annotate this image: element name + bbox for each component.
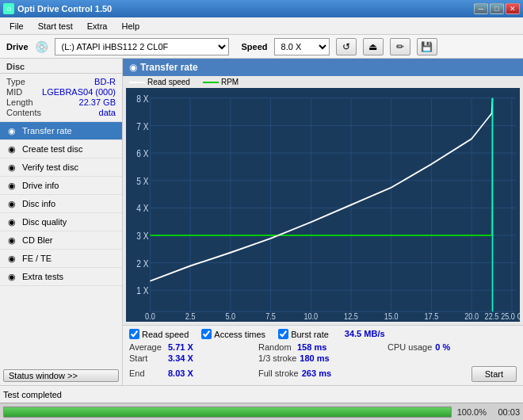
- drive-label: Drive: [6, 42, 29, 52]
- title-bar: ⊙ Opti Drive Control 1.50 ─ □ ✕: [0, 0, 523, 17]
- disc-quality-icon: ◉: [6, 216, 17, 227]
- sidebar: Disc Type BD-R MID LGEBRAS04 (000) Lengt…: [0, 59, 123, 385]
- sidebar-item-disc-info[interactable]: ◉ Disc info: [0, 195, 122, 213]
- app-title: Opti Drive Control 1.50: [17, 4, 112, 13]
- sidebar-item-label-fe-te: FE / TE: [22, 254, 52, 263]
- progress-fill: [4, 407, 451, 417]
- stat-cpu-label: CPU usage: [387, 342, 432, 352]
- stat-empty-1: [387, 353, 517, 363]
- checkbox-access-times-input[interactable]: [201, 329, 212, 339]
- sidebar-item-label-cd-bler: CD Bler: [22, 235, 53, 245]
- sidebar-item-extra-tests[interactable]: ◉ Extra tests: [0, 268, 122, 286]
- checkbox-access-times[interactable]: Access times: [201, 329, 265, 339]
- svg-text:2.5: 2.5: [185, 311, 196, 321]
- stat-average-value: 5.71 X: [168, 342, 193, 352]
- start-button[interactable]: Start: [471, 366, 517, 382]
- sidebar-item-label-disc-quality: Disc quality: [22, 217, 67, 227]
- stats-checkboxes: Read speed Access times Burst rate 34.5 …: [129, 329, 517, 339]
- svg-text:0.0: 0.0: [145, 311, 155, 321]
- progress-percent: 100.0%: [456, 407, 487, 417]
- checkbox-burst-rate[interactable]: Burst rate: [278, 329, 329, 339]
- eject-button[interactable]: ⏏: [363, 38, 384, 55]
- menu-file[interactable]: File: [3, 20, 30, 32]
- refresh-button[interactable]: ↺: [336, 38, 357, 55]
- status-window-button[interactable]: Status window >>: [3, 369, 119, 382]
- stat-cpu-row: CPU usage 0 %: [387, 342, 517, 352]
- sidebar-item-disc-quality[interactable]: ◉ Disc quality: [0, 213, 122, 231]
- stats-area: Read speed Access times Burst rate 34.5 …: [123, 325, 523, 385]
- disc-length-val: 22.37 GB: [79, 97, 116, 107]
- disc-mid-val: LGEBRAS04 (000): [42, 87, 116, 97]
- legend-read-speed: Read speed: [129, 78, 190, 86]
- svg-text:17.5: 17.5: [425, 311, 439, 321]
- disc-type-key: Type: [6, 77, 25, 86]
- stat-1-3-stroke-label: 1/3 stroke: [258, 353, 296, 363]
- sidebar-item-label-verify-test-disc: Verify test disc: [22, 162, 78, 172]
- speed-label: Speed: [242, 42, 268, 52]
- disc-type-row: Type BD-R: [6, 77, 116, 86]
- sidebar-item-transfer-rate[interactable]: ◉ Transfer rate: [0, 122, 122, 140]
- sidebar-item-fe-te[interactable]: ◉ FE / TE: [0, 250, 122, 268]
- legend-rpm-color: [203, 82, 219, 83]
- checkbox-read-speed[interactable]: Read speed: [129, 329, 189, 339]
- disc-length-key: Length: [6, 97, 33, 107]
- create-test-disc-icon: ◉: [6, 143, 17, 155]
- stat-random-value: 158 ms: [297, 342, 326, 352]
- menu-help[interactable]: Help: [115, 20, 146, 32]
- svg-text:12.5: 12.5: [344, 311, 358, 321]
- drive-select[interactable]: (L:) ATAPI iHBS112 2 CL0F: [55, 38, 229, 55]
- menu-starttest[interactable]: Start test: [32, 20, 79, 32]
- svg-text:10.0: 10.0: [303, 311, 318, 321]
- svg-text:7 X: 7 X: [136, 120, 148, 131]
- svg-text:4 X: 4 X: [136, 203, 148, 213]
- edit-button[interactable]: ✏: [390, 38, 410, 55]
- save-button[interactable]: 💾: [417, 38, 437, 55]
- drive-bar: Drive 💿 (L:) ATAPI iHBS112 2 CL0F Speed …: [0, 35, 523, 59]
- sidebar-item-drive-info[interactable]: ◉ Drive info: [0, 177, 122, 195]
- sidebar-item-cd-bler[interactable]: ◉ CD Bler: [0, 231, 122, 250]
- sidebar-item-label-drive-info: Drive info: [22, 181, 59, 190]
- burst-rate-value: 34.5 MB/s: [345, 329, 385, 339]
- checkbox-read-speed-label: Read speed: [142, 330, 189, 339]
- menu-bar: File Start test Extra Help: [0, 17, 523, 35]
- progress-track: [3, 407, 452, 418]
- svg-text:5.0: 5.0: [226, 311, 236, 321]
- progress-bar-container: 100.0% 00:03: [0, 403, 523, 420]
- checkbox-burst-rate-input[interactable]: [278, 329, 288, 339]
- drive-info-icon: ◉: [6, 180, 17, 191]
- status-bar: Test completed: [0, 385, 523, 403]
- checkbox-read-speed-input[interactable]: [129, 329, 139, 339]
- status-label: Test completed: [3, 390, 62, 399]
- svg-text:3 X: 3 X: [136, 231, 148, 241]
- stat-start-value: 3.34 X: [168, 353, 193, 363]
- sidebar-item-label-create-test-disc: Create test disc: [22, 144, 82, 154]
- stat-random-row: Random 158 ms: [258, 342, 387, 352]
- window-controls: ─ □ ✕: [474, 3, 520, 14]
- chart-svg: 8 X 7 X 6 X 5 X 4 X 3 X 2 X 1 X 0.0 2.5 …: [126, 88, 520, 322]
- start-btn-container: Start: [387, 365, 517, 382]
- svg-text:20.0: 20.0: [464, 311, 479, 321]
- minimize-button[interactable]: ─: [474, 3, 488, 14]
- menu-extra[interactable]: Extra: [81, 20, 114, 32]
- close-button[interactable]: ✕: [506, 3, 520, 14]
- svg-text:25.0 GB: 25.0 GB: [501, 311, 520, 321]
- stat-1-3-stroke-row: 1/3 stroke 180 ms: [258, 353, 387, 363]
- stat-start-row: Start 3.34 X: [129, 353, 258, 363]
- legend-read-speed-label: Read speed: [147, 78, 190, 86]
- checkbox-burst-rate-label: Burst rate: [291, 330, 329, 339]
- disc-type-val: BD-R: [94, 77, 116, 86]
- sidebar-item-create-test-disc[interactable]: ◉ Create test disc: [0, 140, 122, 158]
- chart-area: 8 X 7 X 6 X 5 X 4 X 3 X 2 X 1 X 0.0 2.5 …: [126, 88, 520, 322]
- checkbox-access-times-label: Access times: [214, 330, 265, 339]
- cd-bler-icon: ◉: [6, 235, 17, 246]
- stat-1-3-stroke-value: 180 ms: [300, 353, 329, 363]
- sidebar-item-verify-test-disc[interactable]: ◉ Verify test disc: [0, 158, 122, 177]
- disc-info-icon: ◉: [6, 198, 17, 209]
- chart-legend: Read speed RPM: [123, 76, 523, 88]
- drive-icon: 💿: [35, 40, 48, 53]
- legend-read-speed-color: [129, 82, 145, 83]
- content-area: ◉ Transfer rate Read speed RPM: [123, 59, 523, 385]
- speed-select[interactable]: 8.0 X 4.0 X 2.0 X 1.0 X: [274, 38, 330, 55]
- main-layout: Disc Type BD-R MID LGEBRAS04 (000) Lengt…: [0, 59, 523, 385]
- maximize-button[interactable]: □: [490, 3, 504, 14]
